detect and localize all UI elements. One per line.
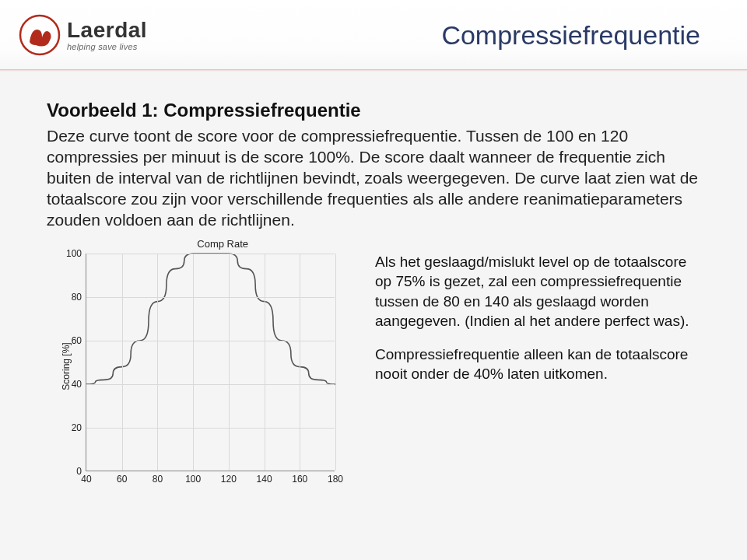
chart-x-tick: 80 (153, 474, 163, 485)
chart-gridline-v (229, 254, 230, 471)
main-content: Voorbeeld 1: Compressiefrequentie Deze c… (0, 70, 747, 495)
chart-x-tick: 160 (292, 474, 307, 485)
intro-paragraph: Deze curve toont de score voor de compre… (47, 126, 700, 230)
chart-x-tick: 40 (81, 474, 91, 485)
chart-y-tick: 40 (72, 379, 82, 390)
chart-gridline-v (300, 254, 300, 471)
comp-rate-chart: Comp Rate Scoring [%] 020406080100406080… (47, 238, 350, 495)
chart-x-tick: 180 (328, 474, 343, 485)
chart-x-tick: 100 (185, 474, 201, 485)
chart-x-tick: 120 (221, 474, 237, 485)
chart-gridline-v (193, 254, 194, 471)
chart-y-tick: 100 (66, 248, 82, 259)
chart-y-axis-label: Scoring [%] (61, 343, 72, 390)
chart-y-tick: 60 (72, 335, 82, 346)
chart-gridline-v (122, 254, 123, 471)
chart-gridline-h (86, 341, 335, 341)
logo-tagline: helping save lives (67, 43, 147, 51)
chart-title: Comp Rate (197, 238, 248, 250)
side-note-2: Compressiefrequentie alleen kan de totaa… (375, 345, 700, 383)
chart-gridline-h (86, 384, 335, 385)
logo-word: Laerdal (67, 19, 147, 41)
side-notes: Als het geslaagd/mislukt level op de tot… (375, 238, 700, 383)
chart-x-tick: 60 (117, 474, 127, 485)
chart-y-tick: 80 (72, 292, 82, 303)
chart-curve (86, 254, 335, 471)
chart-gridline-h (86, 428, 335, 429)
chart-gridline-v (265, 254, 265, 471)
chart-gridline-v (157, 254, 158, 471)
chart-plot-area: 020406080100406080100120140160180 (86, 254, 335, 471)
chart-gridline-h (86, 297, 335, 298)
example-subtitle: Voorbeeld 1: Compressiefrequentie (47, 100, 700, 121)
chart-x-tick: 140 (257, 474, 272, 485)
chart-gridline-h (86, 254, 335, 254)
chart-gridline-v (335, 254, 336, 471)
logo-icon (19, 14, 61, 56)
chart-y-tick: 20 (72, 422, 82, 433)
brand-logo: Laerdal helping save lives (19, 14, 147, 56)
side-note-1: Als het geslaagd/mislukt level op de tot… (375, 252, 700, 330)
header: Laerdal helping save lives Compressiefre… (0, 0, 747, 70)
page-title: Compressiefrequentie (441, 20, 700, 51)
